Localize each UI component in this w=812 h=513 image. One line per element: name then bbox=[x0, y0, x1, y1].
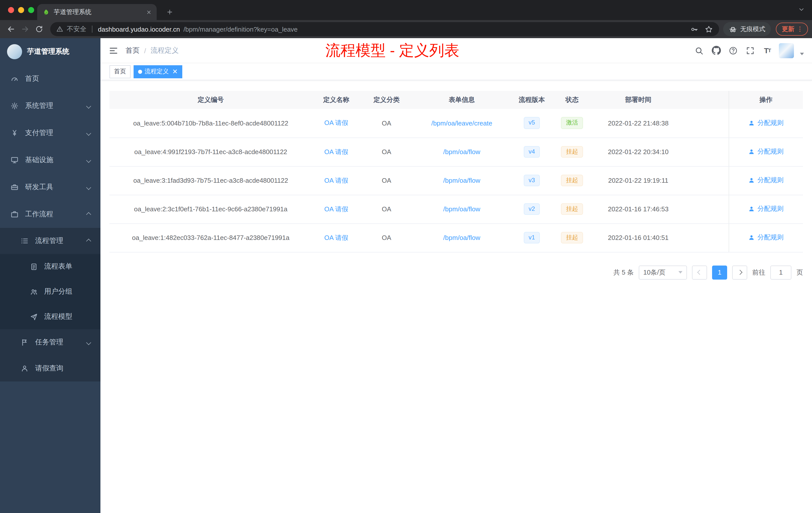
main-panel: 首页 / 流程定义 流程模型 - 定义列表 TT 首页 bbox=[100, 38, 812, 513]
address-bar[interactable]: 不安全 dashboard.yudao.iocoder.cn/bpm/manag… bbox=[50, 22, 719, 36]
sidebar-item-task-management[interactable]: 任务管理 bbox=[0, 329, 100, 355]
app-title: 芋道管理系统 bbox=[27, 47, 69, 56]
back-button[interactable] bbox=[4, 22, 18, 36]
minimize-window-button[interactable] bbox=[18, 7, 24, 13]
sidebar-item-workflow[interactable]: 工作流程 bbox=[0, 201, 100, 228]
app-logo-row[interactable]: 芋道管理系统 bbox=[0, 38, 100, 65]
definition-name-link[interactable]: OA 请假 bbox=[324, 176, 348, 184]
form-info-link[interactable]: /bpm/oa/flow bbox=[443, 177, 480, 184]
bookmark-star-icon[interactable] bbox=[704, 25, 713, 33]
form-info-link[interactable]: /bpm/oa/flow bbox=[443, 205, 480, 213]
app-header: 首页 / 流程定义 流程模型 - 定义列表 TT bbox=[100, 38, 812, 63]
assign-rule-link[interactable]: 分配规则 bbox=[749, 233, 784, 242]
chevron-down-icon bbox=[86, 340, 91, 345]
form-info-link[interactable]: /bpm/oa/flow bbox=[443, 234, 480, 241]
goto-page-input[interactable] bbox=[770, 265, 791, 279]
definition-id: oa_leave:4:991f2193-7b7f-11ec-a3c8-acde4… bbox=[110, 138, 312, 166]
assign-rule-link[interactable]: 分配规则 bbox=[749, 205, 784, 214]
password-key-icon[interactable] bbox=[690, 25, 698, 33]
page-1-button[interactable]: 1 bbox=[712, 265, 727, 279]
avatar-dropdown-caret-icon[interactable] bbox=[800, 53, 804, 55]
browser-tab-strip: 芋道管理系统 bbox=[0, 0, 812, 20]
definition-name-link[interactable]: OA 请假 bbox=[324, 148, 348, 155]
table-header-row: 定义编号 定义名称 定义分类 表单信息 流程版本 状态 部署时间 操作 bbox=[110, 91, 803, 109]
tag-close-icon[interactable]: ✕ bbox=[172, 68, 178, 75]
github-icon[interactable] bbox=[710, 45, 722, 56]
status-badge: 挂起 bbox=[561, 203, 583, 215]
fullscreen-icon[interactable] bbox=[745, 45, 756, 56]
browser-tab[interactable]: 芋道管理系统 bbox=[37, 4, 157, 20]
version-badge: v4 bbox=[523, 146, 540, 158]
tag-process-definition[interactable]: 流程定义 ✕ bbox=[134, 65, 182, 78]
forward-button[interactable] bbox=[18, 22, 32, 36]
page-unit-label: 页 bbox=[796, 268, 803, 277]
deploy-time: 2022-01-22 21:48:38 bbox=[591, 109, 685, 138]
next-page-button[interactable] bbox=[732, 265, 747, 279]
sidebar-item-dev-tools[interactable]: 研发工具 bbox=[0, 174, 100, 201]
font-size-icon[interactable]: TT bbox=[762, 45, 773, 56]
sidebar-item-infrastructure[interactable]: 基础设施 bbox=[0, 147, 100, 174]
sidebar-item-leave-query[interactable]: 请假查询 bbox=[0, 355, 100, 382]
assign-rule-link[interactable]: 分配规则 bbox=[749, 147, 784, 156]
definition-name-link[interactable]: OA 请假 bbox=[324, 119, 348, 127]
zoom-window-button[interactable] bbox=[28, 7, 34, 13]
header-actions: TT bbox=[694, 43, 804, 58]
definition-name-link[interactable]: OA 请假 bbox=[324, 205, 348, 213]
col-definition-name: 定义名称 bbox=[312, 91, 360, 109]
user-icon bbox=[749, 120, 755, 126]
close-window-button[interactable] bbox=[8, 7, 14, 13]
document-icon bbox=[29, 263, 38, 270]
user-avatar[interactable] bbox=[779, 43, 794, 58]
tag-home[interactable]: 首页 bbox=[110, 65, 130, 78]
sidebar-item-process-model[interactable]: 流程模型 bbox=[0, 304, 100, 329]
col-actions: 操作 bbox=[729, 91, 803, 109]
breadcrumb-home[interactable]: 首页 bbox=[125, 46, 140, 55]
sidebar-item-process-management[interactable]: 流程管理 bbox=[0, 228, 100, 254]
sidebar: 芋道管理系统 首页 系统管理 支付管理 基础设施 bbox=[0, 38, 100, 513]
favicon-leaf-icon bbox=[42, 8, 50, 16]
definition-id: oa_leave:5:004b710b-7b8a-11ec-8ef0-acde4… bbox=[110, 109, 312, 138]
chevron-down-icon bbox=[86, 185, 91, 190]
assign-rule-link[interactable]: 分配规则 bbox=[749, 118, 784, 127]
update-label: 更新 bbox=[782, 25, 794, 33]
sidebar-item-home[interactable]: 首页 bbox=[0, 65, 100, 92]
tab-search-chevron-icon[interactable] bbox=[798, 6, 805, 13]
help-icon[interactable] bbox=[728, 45, 739, 56]
status-badge: 挂起 bbox=[561, 175, 583, 186]
list-icon bbox=[20, 237, 29, 245]
sidebar-item-process-form[interactable]: 流程表单 bbox=[0, 254, 100, 279]
version-badge: v3 bbox=[523, 175, 540, 186]
chevron-down-icon bbox=[86, 103, 91, 109]
definition-name-link[interactable]: OA 请假 bbox=[324, 234, 348, 241]
dashboard-icon bbox=[10, 75, 19, 83]
chevron-up-icon bbox=[86, 212, 91, 217]
form-info-link[interactable]: /bpm/oa/leave/create bbox=[431, 119, 492, 127]
col-status: 状态 bbox=[553, 91, 591, 109]
page-size-select[interactable]: 10条/页 bbox=[639, 265, 687, 279]
tab-close-icon[interactable] bbox=[146, 9, 152, 15]
search-icon[interactable] bbox=[694, 45, 704, 56]
logo-avatar bbox=[7, 44, 22, 59]
sidebar-item-user-group[interactable]: 用户分组 bbox=[0, 279, 100, 304]
new-tab-button[interactable] bbox=[163, 5, 177, 19]
security-label[interactable]: 不安全 bbox=[67, 25, 86, 34]
user-icon bbox=[749, 206, 755, 212]
definition-category: OA bbox=[360, 195, 412, 223]
browser-menu-kebab-icon[interactable] bbox=[796, 26, 804, 33]
definition-id: oa_leave:1:482ec033-762a-11ec-8477-a2380… bbox=[110, 223, 312, 252]
chevron-down-icon bbox=[86, 130, 91, 135]
user-group-icon bbox=[29, 288, 38, 295]
paper-plane-icon bbox=[29, 313, 38, 321]
sidebar-item-system-management[interactable]: 系统管理 bbox=[0, 92, 100, 119]
assign-rule-link[interactable]: 分配规则 bbox=[749, 176, 784, 185]
form-info-link[interactable]: /bpm/oa/flow bbox=[443, 148, 480, 156]
chrome-update-button[interactable]: 更新 bbox=[776, 23, 808, 36]
breadcrumb-current: 流程定义 bbox=[151, 46, 179, 55]
reload-button[interactable] bbox=[32, 22, 46, 36]
version-badge: v5 bbox=[523, 117, 540, 129]
prev-page-button[interactable] bbox=[692, 265, 707, 279]
definition-table: 定义编号 定义名称 定义分类 表单信息 流程版本 状态 部署时间 操作 bbox=[110, 91, 803, 252]
table-row: oa_leave:1:482ec033-762a-11ec-8477-a2380… bbox=[110, 223, 803, 252]
collapse-sidebar-icon[interactable] bbox=[109, 46, 118, 56]
sidebar-item-payment-management[interactable]: 支付管理 bbox=[0, 119, 100, 147]
